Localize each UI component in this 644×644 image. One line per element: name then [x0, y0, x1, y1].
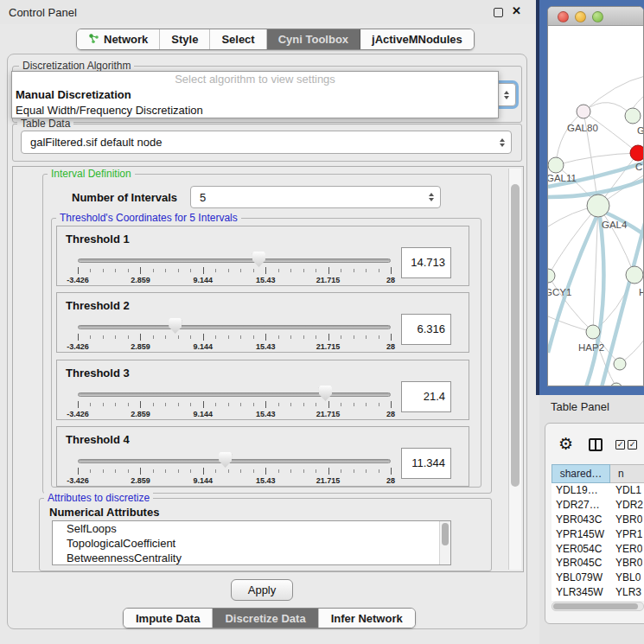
network-canvas[interactable]: GAL80 GA GAL11 C GAL4 GCY1 H HAP2: [548, 26, 644, 386]
tab-label: Discretize Data: [225, 612, 305, 625]
threshold-slider[interactable]: -3.4262.8599.14415.4321.71528: [78, 383, 391, 419]
threshold-section: Threshold 4 -3.4262.8599.14415.4321.7152…: [56, 426, 469, 487]
column-header-shared[interactable]: shared…: [552, 464, 610, 483]
table-row[interactable]: YPR145WYPR1: [552, 526, 644, 541]
node-top-right[interactable]: [625, 108, 641, 124]
threshold-slider[interactable]: -3.4262.8599.14415.4321.71528: [78, 450, 391, 486]
table-row[interactable]: YIL052CYIL0: [552, 599, 644, 601]
node-h[interactable]: [626, 266, 643, 284]
list-item[interactable]: SelfLoops: [53, 521, 450, 536]
table-row[interactable]: YBR043CYBR0: [552, 513, 644, 527]
close-icon[interactable]: ✕: [512, 4, 521, 17]
node-gal11[interactable]: [548, 157, 564, 173]
tab-cyni-toolbox[interactable]: Cyni Toolbox: [267, 29, 360, 49]
cell: YDL1: [609, 484, 641, 496]
tab-network[interactable]: Network: [77, 29, 160, 49]
table-row[interactable]: YER054CYER0: [552, 541, 644, 556]
slider-ticks: [78, 468, 391, 475]
tab-infer-network[interactable]: Infer Network: [319, 609, 415, 628]
dropdown-placeholder-option[interactable]: Select algorithm to view settings: [12, 72, 498, 87]
slider-thumb[interactable]: [252, 252, 265, 267]
table-data-combobox[interactable]: galFiltered.sif default node: [21, 131, 512, 154]
table-data-selected-value: galFiltered.sif default node: [30, 136, 162, 149]
tab-label: Infer Network: [331, 612, 403, 625]
apply-button[interactable]: Apply: [231, 579, 293, 601]
vertical-scrollbar-thumb[interactable]: [511, 184, 520, 487]
list-item[interactable]: BetweennessCentrality: [53, 551, 450, 565]
tab-impute-data[interactable]: Impute Data: [124, 609, 213, 628]
combo-stepper-icon: [504, 84, 509, 105]
threshold-value-field[interactable]: 6.316: [401, 314, 451, 345]
cell: YDR2: [609, 499, 643, 511]
cell: YBR0: [609, 557, 642, 569]
cyni-bottom-tabbar: Impute Data Discretize Data Infer Networ…: [123, 608, 416, 628]
node-gal4[interactable]: [587, 194, 609, 217]
minimize-traffic-light[interactable]: [575, 11, 586, 22]
slider-thumb[interactable]: [219, 452, 232, 468]
cell: YBR043C: [552, 513, 609, 526]
cell: YER054C: [552, 543, 609, 555]
threshold-section: Threshold 1 -3.4262.8599.14415.4321.7152…: [56, 226, 469, 286]
threshold-slider[interactable]: -3.4262.8599.14415.4321.71528: [78, 316, 391, 352]
gear-icon[interactable]: ⚙: [558, 436, 573, 452]
slider-thumb[interactable]: [319, 386, 332, 401]
slider-tick-labels: -3.4262.8599.14415.4321.71528: [78, 476, 391, 486]
table-row[interactable]: YDL19…YDL1: [552, 483, 644, 498]
table-row[interactable]: YDR27…YDR2: [552, 498, 644, 513]
interval-definition-title: Interval Definition: [48, 168, 135, 180]
node-bottom-cut[interactable]: [610, 383, 622, 386]
node-label: GAL80: [567, 123, 598, 133]
dropdown-option-manual-discretization[interactable]: Manual Discretization: [12, 87, 498, 103]
vertical-scrollbar[interactable]: [508, 169, 521, 570]
slider-ticks: [78, 401, 391, 409]
table-row[interactable]: YBR045CYBR0: [552, 556, 644, 571]
zoom-traffic-light[interactable]: [592, 11, 603, 22]
network-window-titlebar[interactable]: [548, 7, 643, 26]
slider-track[interactable]: [78, 392, 391, 397]
checkbox-icon[interactable]: ✓: [615, 440, 625, 450]
list-scrollbar-thumb[interactable]: [442, 523, 449, 545]
node-hap2[interactable]: [586, 325, 600, 339]
node-red-selected[interactable]: [630, 145, 644, 161]
node-gcy1[interactable]: [548, 269, 555, 283]
tab-jactivemnodules[interactable]: jActiveMNodules: [360, 29, 474, 49]
threshold-value-field[interactable]: 11.344: [401, 448, 451, 479]
tab-select[interactable]: Select: [210, 29, 266, 49]
close-traffic-light[interactable]: [558, 11, 569, 22]
threshold-value-field[interactable]: 21.4: [401, 381, 451, 412]
tab-style[interactable]: Style: [160, 29, 210, 49]
numerical-attributes-list[interactable]: SelfLoops TopologicalCoefficient Between…: [52, 520, 451, 565]
horizontal-scrollbar-thumb[interactable]: [553, 603, 638, 609]
node-label: GA: [637, 125, 644, 136]
node-gal80[interactable]: [577, 105, 590, 118]
slider-track[interactable]: [78, 325, 391, 329]
column-header-name[interactable]: n: [610, 464, 644, 483]
tab-discretize-data[interactable]: Discretize Data: [213, 609, 318, 628]
threshold-value-field[interactable]: 14.713: [401, 247, 451, 278]
node-small[interactable]: [614, 358, 626, 370]
table-row[interactable]: YLR345WYLR3: [552, 585, 644, 600]
tab-label: Cyni Toolbox: [278, 33, 348, 46]
slider-track[interactable]: [78, 258, 391, 263]
checkbox-icon[interactable]: ✓: [628, 440, 637, 450]
threshold-label: Threshold 1: [66, 233, 130, 245]
table-row[interactable]: YBL079WYBL0: [552, 571, 644, 585]
numerical-attributes-label: Numerical Attributes: [49, 506, 159, 519]
slider-tick-labels: -3.4262.8599.14415.4321.71528: [78, 342, 391, 352]
screen: Control Panel ✕ Network Style Select Cyn…: [0, 0, 644, 644]
threshold-slider[interactable]: -3.4262.8599.14415.4321.71528: [78, 249, 391, 285]
slider-track[interactable]: [78, 459, 391, 463]
cell: YLR3: [609, 586, 641, 598]
control-panel-title: Control Panel: [9, 6, 77, 19]
list-item[interactable]: TopologicalCoefficient: [53, 536, 450, 551]
columns-icon[interactable]: [589, 438, 603, 451]
dropdown-option-equal-width[interactable]: Equal Width/Frequency Discretization: [12, 103, 498, 118]
threshold-label: Threshold 4: [66, 433, 130, 446]
cell: YDL19…: [552, 484, 609, 496]
number-of-intervals-combobox[interactable]: 5: [190, 186, 441, 208]
list-scrollbar[interactable]: [439, 521, 450, 564]
horizontal-scrollbar[interactable]: [552, 602, 644, 611]
float-window-icon[interactable]: [494, 8, 503, 17]
slider-thumb[interactable]: [169, 318, 182, 334]
cell: YBL079W: [552, 571, 609, 583]
